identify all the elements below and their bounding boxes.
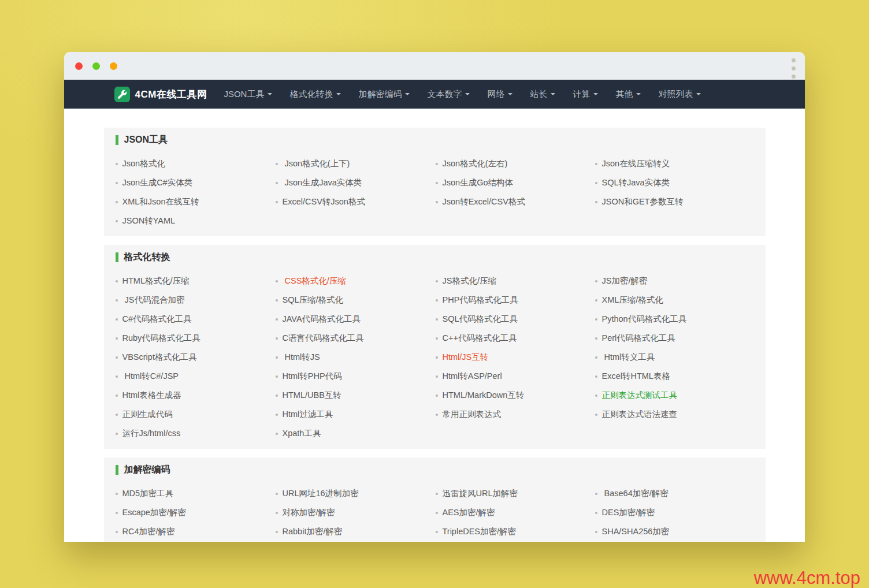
tool-link[interactable]: Html转ASP/Perl: [443, 371, 502, 382]
tool-link[interactable]: JSON转YAML: [122, 215, 176, 226]
tool-link[interactable]: 正则表达式测试工具: [602, 390, 678, 401]
tool-link[interactable]: 运行Js/html/css: [122, 428, 181, 439]
tool-link[interactable]: JSON和GET参数互转: [602, 196, 684, 207]
tool-link[interactable]: XML和Json在线互转: [122, 196, 199, 207]
nav-item-8[interactable]: 其他: [607, 80, 649, 109]
nav-item-6[interactable]: 站长: [521, 80, 564, 109]
brand-link[interactable]: 4CM在线工具网: [114, 87, 207, 102]
tool-link[interactable]: CSS格式化/压缩: [283, 276, 346, 286]
tool-link[interactable]: TripleDES加密/解密: [443, 526, 517, 537]
nav-item-9[interactable]: 对照列表: [649, 80, 710, 109]
tool-link[interactable]: Xpath工具: [283, 428, 321, 439]
window-menu-icon[interactable]: [790, 56, 797, 80]
tool-link[interactable]: SQL压缩/格式化: [283, 295, 344, 306]
tool-link[interactable]: HTML/MarkDown互转: [443, 390, 525, 401]
nav-item-4[interactable]: 文本数字: [418, 80, 478, 109]
tool-list-item: TripleDES加密/解密: [436, 522, 595, 541]
bullet-icon: [116, 414, 118, 416]
tool-link[interactable]: Html转C#/JSP: [122, 371, 179, 382]
tool-link[interactable]: Json生成C#实体类: [122, 177, 193, 188]
tool-link[interactable]: Json在线压缩转义: [602, 158, 670, 169]
bullet-icon: [436, 395, 438, 397]
tool-link[interactable]: JS格式化/压缩: [443, 276, 496, 286]
bullet-icon: [276, 182, 278, 184]
tool-link[interactable]: Excel转HTML表格: [602, 371, 670, 382]
tool-link[interactable]: URL网址16进制加密: [283, 488, 359, 499]
tool-link[interactable]: 常用正则表达式: [443, 409, 502, 420]
tool-link[interactable]: Html/JS互转: [443, 352, 489, 363]
tool-link[interactable]: Json格式化(左右): [443, 158, 508, 169]
bullet-icon: [116, 280, 118, 282]
tool-list-item: 正则生成代码: [116, 405, 276, 424]
bullet-icon: [595, 201, 597, 203]
bullet-icon: [436, 201, 438, 203]
tool-list-item: JAVA代码格式化工具: [276, 310, 436, 329]
tool-link[interactable]: SQL代码格式化工具: [443, 314, 518, 325]
tool-list-item: MD5加密工具: [116, 484, 276, 503]
tool-link[interactable]: SHA/SHA256加密: [602, 526, 670, 537]
nav-item-2[interactable]: 格式化转换: [281, 80, 350, 109]
tool-list-item: CSS格式化/压缩: [276, 271, 436, 291]
tool-link[interactable]: Perl代码格式化工具: [602, 333, 675, 344]
tool-link[interactable]: 迅雷旋风URL加解密: [443, 488, 518, 499]
tool-link[interactable]: Json生成Java实体类: [283, 177, 362, 188]
tool-list-item: HTML格式化/压缩: [116, 271, 276, 291]
bullet-icon: [595, 395, 597, 397]
bullet-icon: [116, 163, 118, 165]
tool-link[interactable]: 对称加密/解密: [283, 507, 335, 518]
tool-list-item: HTML/UBB互转: [276, 386, 436, 405]
nav-item-5[interactable]: 网络: [478, 80, 521, 109]
tool-list-item: 常用正则表达式: [436, 405, 595, 424]
tool-link[interactable]: Html转PHP代码: [283, 371, 342, 382]
tool-link[interactable]: Json格式化(上下): [283, 158, 350, 169]
tool-link[interactable]: C++代码格式化工具: [443, 333, 517, 344]
window-close-button[interactable]: [75, 62, 83, 70]
tool-link[interactable]: Html表格生成器: [122, 390, 181, 401]
tool-link[interactable]: Html过滤工具: [283, 409, 333, 420]
tool-link[interactable]: MD5加密工具: [122, 488, 174, 499]
tool-link[interactable]: Ruby代码格式化工具: [122, 333, 200, 344]
nav-item-1[interactable]: JSON工具: [215, 80, 281, 109]
tool-link[interactable]: 正则生成代码: [122, 409, 173, 420]
bullet-icon: [436, 375, 438, 378]
caret-down-icon: [336, 93, 341, 95]
tool-link[interactable]: JS加密/解密: [602, 276, 648, 286]
tool-link[interactable]: JAVA代码格式化工具: [283, 314, 361, 325]
bullet-icon: [436, 414, 438, 416]
tool-link[interactable]: SQL转Java实体类: [602, 177, 670, 188]
tool-list-item: SHA/SHA256加密: [595, 522, 751, 541]
bullet-icon: [436, 318, 438, 321]
tool-link[interactable]: C语言代码格式化工具: [283, 333, 364, 344]
tool-link[interactable]: Html转JS: [283, 352, 320, 363]
tool-link[interactable]: JS代码混合加密: [122, 295, 185, 306]
tool-link[interactable]: Escape加密/解密: [122, 507, 186, 518]
tool-link[interactable]: Excel/CSV转Json格式: [283, 196, 365, 207]
tool-list-item: AES加密/解密: [436, 503, 595, 522]
tool-list-item: Json格式化: [116, 154, 276, 173]
window-maximize-button[interactable]: [110, 62, 117, 70]
tool-link[interactable]: Rabbit加密/解密: [283, 526, 343, 537]
bullet-icon: [116, 182, 118, 184]
tool-link[interactable]: Python代码格式化工具: [602, 314, 687, 325]
bullet-icon: [276, 337, 278, 340]
bullet-icon: [436, 512, 438, 514]
nav-item-7[interactable]: 计算: [564, 80, 607, 109]
tool-link[interactable]: Html转义工具: [602, 352, 655, 363]
tool-link[interactable]: VBScript格式化工具: [122, 352, 197, 363]
bullet-icon: [595, 375, 597, 378]
nav-item-3[interactable]: 加解密编码: [350, 80, 418, 109]
tool-link[interactable]: PHP代码格式化工具: [443, 295, 518, 306]
window-minimize-button[interactable]: [92, 62, 100, 70]
tool-link[interactable]: 正则表达式语法速查: [602, 409, 678, 420]
tool-link[interactable]: Base64加密/解密: [602, 488, 669, 499]
tool-link[interactable]: Json转Excel/CSV格式: [443, 196, 525, 207]
tool-link[interactable]: C#代码格式化工具: [122, 314, 192, 325]
tool-link[interactable]: Json生成Go结构体: [443, 177, 513, 188]
tool-link[interactable]: DES加密/解密: [602, 507, 655, 518]
tool-link[interactable]: RC4加密/解密: [122, 526, 175, 537]
tool-link[interactable]: Json格式化: [122, 158, 165, 169]
tool-link[interactable]: HTML/UBB互转: [283, 390, 341, 401]
tool-link[interactable]: XML压缩/格式化: [602, 295, 663, 306]
tool-link[interactable]: HTML格式化/压缩: [122, 276, 190, 286]
tool-link[interactable]: AES加密/解密: [443, 507, 495, 518]
